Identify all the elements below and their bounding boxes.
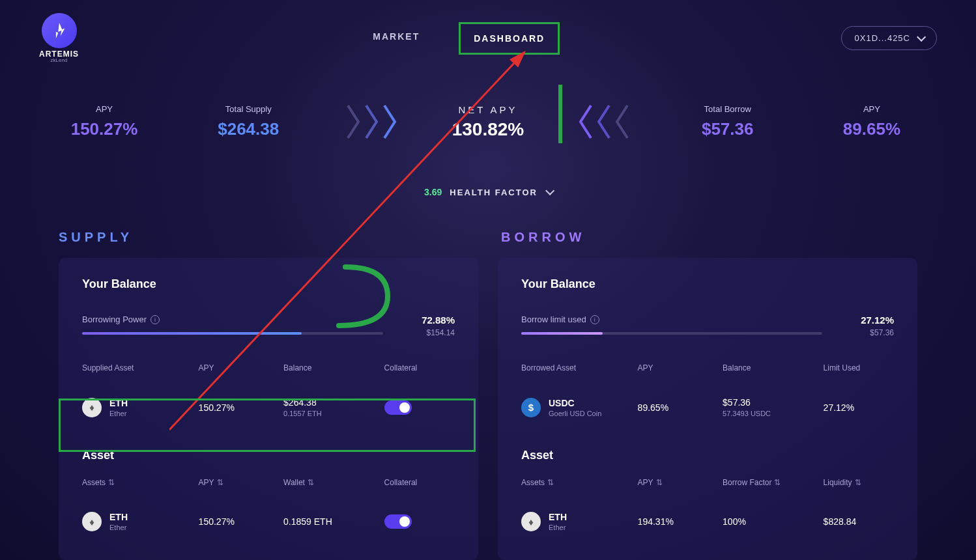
supply-asset-row[interactable]: ♦ ETH Ether 150.27% 0.1859 ETH [82, 503, 455, 540]
col-wallet[interactable]: Wallet⇅ [283, 478, 378, 487]
col-balance: Balance [283, 363, 378, 372]
sort-icon: ⇅ [217, 478, 223, 487]
cell-balance-sub: 0.1557 ETH [283, 410, 378, 417]
progress-fill [521, 332, 603, 335]
stat-value: $264.38 [203, 119, 294, 139]
col-assets[interactable]: Assets⇅ [82, 478, 192, 487]
supplied-header: Supplied Asset APY Balance Collateral [82, 363, 455, 372]
cell-balance: $57.36 [723, 397, 817, 408]
col-apy[interactable]: APY⇅ [638, 478, 716, 487]
supply-asset-header: Assets⇅ APY⇅ Wallet⇅ Collateral [82, 478, 455, 487]
asset-name: Ether [109, 524, 128, 531]
bar-label-text: Borrow limit used [521, 315, 586, 324]
stat-value: 130.82% [452, 119, 524, 140]
borrowed-row[interactable]: $ USDC Goerli USD Coin 89.65% $57.36 57.… [521, 388, 894, 427]
chevron-down-icon [545, 186, 554, 195]
stats-row: APY 150.27% Total Supply $264.38 NET APY… [0, 63, 976, 154]
stat-label: Total Supply [203, 104, 294, 114]
bar-percent: 27.12% [842, 315, 894, 326]
wallet-address: 0X1D...425C [855, 33, 910, 43]
header: ARTEMIS zkLend MARKET DASHBOARD 0X1D...4… [0, 0, 976, 63]
col-limit: Limit Used [824, 363, 894, 372]
supplied-row[interactable]: ♦ ETH Ether 150.27% $264.38 0.1557 ETH [82, 388, 455, 427]
sort-icon: ⇅ [547, 478, 554, 487]
col-apy[interactable]: APY⇅ [199, 478, 277, 487]
borrowing-power-row: Borrowing Power i 72.88% $154.14 [82, 315, 455, 337]
stat-label: NET APY [452, 104, 524, 115]
progress-track [82, 332, 383, 335]
asset-symbol: ETH [109, 398, 128, 408]
brand-subtitle: zkLend [51, 57, 68, 63]
cell-apy: 150.27% [199, 516, 277, 527]
logo-icon [42, 13, 77, 48]
sort-icon: ⇅ [108, 478, 115, 487]
col-collateral: Collateral [384, 363, 455, 372]
nav-market[interactable]: MARKET [360, 22, 433, 55]
eth-icon: ♦ [82, 398, 102, 417]
col-apy: APY [199, 363, 277, 372]
borrow-panel: Your Balance Borrow limit used i 27.12% … [498, 258, 917, 560]
section-titles: SUPPLY BORROW [0, 197, 976, 258]
borrow-asset-row[interactable]: ♦ ETH Ether 194.31% 100% $828.84 [521, 503, 894, 540]
supply-title: SUPPLY [59, 230, 475, 245]
asset-symbol: ETH [549, 512, 567, 522]
supply-panel: Your Balance Borrowing Power i 72.88% $1… [59, 258, 478, 560]
dashboard-panels: Your Balance Borrowing Power i 72.88% $1… [0, 258, 976, 560]
wallet-dropdown[interactable]: 0X1D...425C [841, 26, 937, 50]
health-label: HEALTH FACTOR [450, 188, 538, 197]
stat-borrow-apy: APY 89.65% [826, 104, 917, 139]
collateral-toggle[interactable] [384, 400, 412, 415]
logo[interactable]: ARTEMIS zkLend [39, 13, 79, 63]
cell-wallet: 0.1859 ETH [283, 516, 378, 527]
sort-icon: ⇅ [855, 478, 861, 487]
asset-name: Ether [109, 410, 128, 417]
col-asset: Supplied Asset [82, 363, 192, 372]
eth-icon: ♦ [521, 512, 541, 531]
col-factor[interactable]: Borrow Factor⇅ [723, 478, 817, 487]
progress-fill [82, 332, 302, 335]
col-apy: APY [638, 363, 716, 372]
stat-label: Total Borrow [682, 104, 773, 114]
borrow-limit-row: Borrow limit used i 27.12% $57.36 [521, 315, 894, 337]
cell-balance-sub: 57.3493 USDC [723, 410, 817, 417]
asset-symbol: ETH [109, 512, 128, 522]
nav-dashboard[interactable]: DASHBOARD [459, 22, 560, 55]
collateral-toggle[interactable] [384, 514, 412, 529]
progress-track [521, 332, 822, 335]
col-liquidity[interactable]: Liquidity⇅ [824, 478, 894, 487]
main-nav: MARKET DASHBOARD [360, 22, 560, 55]
stat-value: 150.27% [59, 119, 150, 139]
asset-symbol: USDC [549, 398, 601, 408]
col-balance: Balance [723, 363, 817, 372]
stat-value: $57.36 [682, 119, 773, 139]
health-value: 3.69 [424, 187, 442, 197]
asset-name: Goerli USD Coin [549, 410, 601, 417]
stat-label: APY [826, 104, 917, 114]
sort-icon: ⇅ [308, 478, 314, 487]
usdc-icon: $ [521, 398, 541, 417]
asset-section-title: Asset [521, 449, 894, 462]
col-assets[interactable]: Assets⇅ [521, 478, 631, 487]
chevron-right-group [347, 102, 399, 141]
chevron-down-icon [917, 32, 926, 41]
info-icon[interactable]: i [590, 315, 599, 324]
stat-total-supply: Total Supply $264.38 [203, 104, 294, 139]
chevron-right-icon [383, 102, 399, 141]
bar-percent: 72.88% [403, 315, 455, 326]
chevron-left-group [577, 102, 629, 141]
col-collateral: Collateral [384, 478, 455, 487]
health-factor[interactable]: 3.69 HEALTH FACTOR [0, 187, 976, 197]
eth-icon: ♦ [82, 512, 102, 531]
col-asset: Borrowed Asset [521, 363, 631, 372]
bar-label: Borrowing Power i [82, 315, 383, 324]
chevron-right-icon [347, 102, 362, 141]
bar-subvalue: $57.36 [842, 328, 894, 337]
chevron-left-icon [613, 102, 629, 141]
borrow-title: BORROW [475, 230, 917, 245]
bar-subvalue: $154.14 [403, 328, 455, 337]
cell-liquidity: $828.84 [824, 516, 894, 527]
panel-title: Your Balance [82, 277, 455, 291]
stat-value: 89.65% [826, 119, 917, 139]
info-icon[interactable]: i [151, 315, 160, 324]
stat-label: APY [59, 104, 150, 114]
